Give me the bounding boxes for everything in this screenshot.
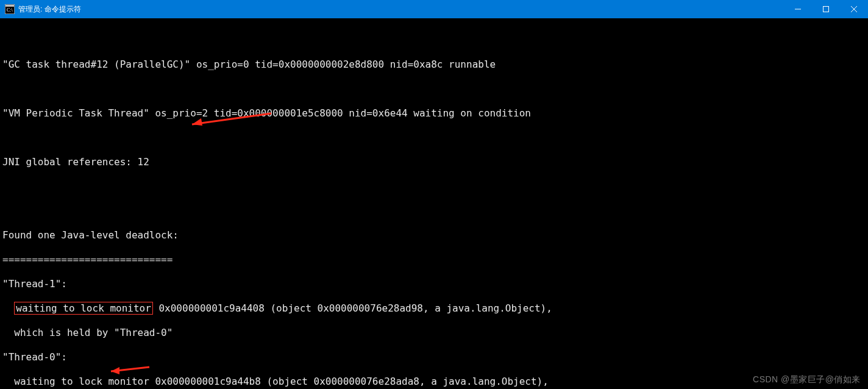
highlight-box: waiting to lock monitor	[14, 302, 153, 315]
command-prompt-window: C:\ 管理员: 命令提示符 "GC task thread#12 (Paral…	[0, 0, 868, 389]
close-button[interactable]	[840, 0, 868, 18]
watermark: CSDN @墨家巨子@俏如来	[753, 374, 861, 385]
minimize-button[interactable]	[784, 0, 812, 18]
thread-name: "Thread-0":	[2, 351, 866, 363]
output-line: "VM Periodic Task Thread" os_prio=2 tid=…	[2, 107, 866, 120]
deadlock-header: Found one Java-level deadlock:	[2, 229, 866, 241]
thread-name: "Thread-1":	[2, 278, 866, 290]
cmd-icon: C:\	[5, 4, 15, 14]
thread-wait-line: waiting to lock monitor 0x000000001c9a44…	[2, 302, 866, 315]
svg-rect-1	[5, 5, 14, 7]
output-line: "GC task thread#12 (ParallelGC)" os_prio…	[2, 59, 866, 71]
svg-rect-4	[824, 7, 829, 12]
titlebar[interactable]: C:\ 管理员: 命令提示符	[0, 0, 868, 18]
thread-held-line: which is held by "Thread-0"	[2, 327, 866, 339]
svg-text:C:\: C:\	[7, 7, 13, 13]
terminal-output[interactable]: "GC task thread#12 (ParallelGC)" os_prio…	[0, 18, 868, 389]
thread-wait-line: waiting to lock monitor 0x000000001c9a44…	[2, 376, 866, 388]
window-title: 管理员: 命令提示符	[18, 4, 81, 15]
separator: =============================	[2, 254, 866, 266]
output-line: JNI global references: 12	[2, 156, 866, 168]
maximize-button[interactable]	[812, 0, 840, 18]
